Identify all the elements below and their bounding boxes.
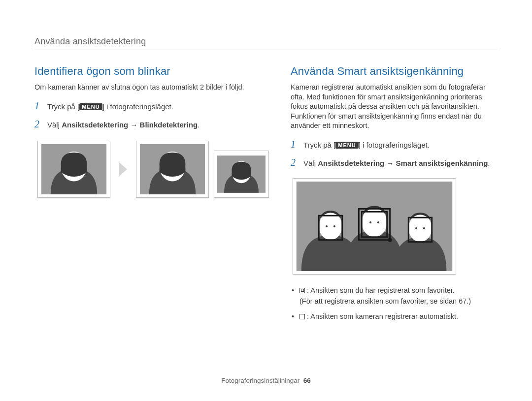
svg-point-7 [244,171,245,173]
blink-illustration [37,141,269,198]
svg-point-14 [369,221,371,223]
menu-icon: MENU [335,142,358,149]
page-number: 66 [303,377,311,384]
step-number: 1 [34,99,42,113]
right-steps: 1 Tryck på [MENU] i fotograferingsläget.… [291,138,498,169]
right-column: Använda Smart ansiktsigenkänning Kameran… [291,65,498,327]
legend-subnote: (För att registrera ansikten som favorit… [299,296,498,307]
svg-point-12 [326,225,328,227]
left-steps: 1 Tryck på [MENU] i fotograferingsläget.… [34,99,269,131]
portrait-result-1 [136,141,209,198]
legend-item-auto: : Ansikten som kameran registrerar autom… [291,311,498,322]
result-pair [136,141,269,198]
left-step-2: 2 Välj Ansiktsdetektering → Blinkdetekte… [34,118,269,131]
left-column: Identifiera ögon som blinkar Om kameran … [34,65,269,327]
step-text: Välj Ansiktsdetektering → Blinkdetekteri… [47,120,200,130]
legend-list: : Ansikten som du har registrerat som fa… [291,285,498,322]
header-rule [34,50,498,50]
step-text: Välj Ansiktsdetektering → Smart ansiktsi… [303,158,490,168]
right-step-1: 1 Tryck på [MENU] i fotograferingsläget. [291,138,498,151]
svg-point-6 [237,171,238,173]
step-number: 2 [291,156,299,169]
portrait-result-2 [214,151,269,198]
single-box-icon [299,314,305,319]
right-intro: Kameran registrerar automatiskt ansikten… [291,83,498,131]
double-box-icon [299,288,305,293]
svg-point-16 [415,227,417,229]
portrait-closed-eyes [37,141,110,198]
breadcrumb: Använda ansiktsdetektering [34,36,498,47]
smart-recognition-illustration [293,178,456,275]
legend-item-favorite: : Ansikten som du har registrerat som fa… [291,285,498,307]
left-heading: Identifiera ögon som blinkar [34,65,269,78]
svg-point-21 [388,238,392,242]
page-footer: Fotograferingsinställningar 66 [0,377,532,384]
two-column-layout: Identifiera ögon som blinkar Om kameran … [34,65,498,327]
svg-point-13 [333,225,335,227]
step-text: Tryck på [MENU] i fotograferingsläget. [303,140,430,150]
svg-point-9 [319,213,342,240]
svg-point-15 [377,221,379,223]
svg-point-11 [408,215,432,242]
left-intro: Om kameran känner av slutna ögon tas aut… [34,83,269,93]
left-step-1: 1 Tryck på [MENU] i fotograferingsläget. [34,99,269,113]
arrow-right-icon [119,162,127,176]
footer-label: Fotograferingsinställningar [221,377,299,384]
step-number: 1 [291,138,299,151]
step-text: Tryck på [MENU] i fotograferingsläget. [47,102,173,112]
step-number: 2 [34,118,42,131]
right-step-2: 2 Välj Ansiktsdetektering → Smart ansikt… [291,156,498,169]
menu-icon: MENU [79,103,102,110]
svg-point-17 [423,227,425,229]
right-heading: Använda Smart ansiktsigenkänning [291,65,498,78]
